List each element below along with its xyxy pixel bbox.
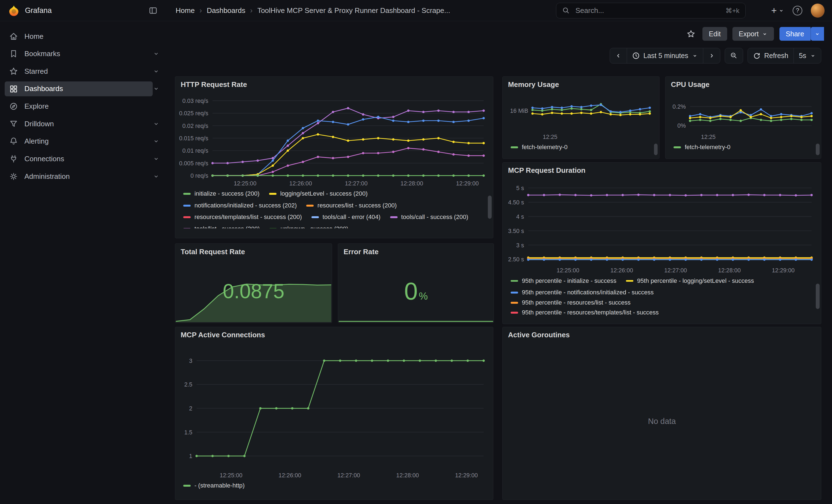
breadcrumb-home[interactable]: Home	[176, 6, 194, 15]
mcp-request-duration-chart[interactable]: 5 s4.50 s4 s3.50 s3 s2.50 s12:25:0012:26…	[506, 179, 818, 275]
chevron-right-icon	[708, 53, 715, 59]
chevron-down-icon[interactable]	[153, 173, 160, 180]
no-data-message: No data	[503, 343, 821, 500]
legend-scrollbar[interactable]	[816, 143, 820, 155]
search-icon	[562, 7, 570, 15]
chevron-down-icon	[762, 31, 768, 37]
chevron-down-icon[interactable]	[153, 155, 160, 162]
series-color-marker	[269, 193, 277, 195]
dock-sidebar-icon[interactable]	[148, 5, 158, 16]
time-range-picker[interactable]: Last 5 minutes	[627, 48, 703, 64]
chevron-down-icon[interactable]	[153, 138, 160, 145]
sidebar-item-explore[interactable]: Explore	[0, 98, 166, 115]
breadcrumb-current: ToolHive MCP Server & Proxy Runner Dashb…	[257, 6, 450, 15]
panel-title-http-request-rate[interactable]: HTTP Request Rate	[175, 77, 493, 93]
top-navigation-bar: Grafana Home › Dashboards › ToolHive MCP…	[0, 0, 832, 21]
chevron-down-icon[interactable]	[153, 121, 160, 127]
svg-text:0.02 req/s: 0.02 req/s	[182, 123, 208, 129]
legend-item[interactable]: resources/list - success (200)	[306, 202, 397, 210]
legend-item[interactable]: 95th percentile - notifications/initiali…	[511, 288, 806, 297]
mcp-active-connections-chart[interactable]: 32.521.5112:25:0012:26:0012:27:0012:28:0…	[179, 343, 490, 480]
chevron-down-icon	[778, 8, 784, 14]
legend-item[interactable]: 95th percentile - initialize - success	[511, 277, 616, 285]
memory-usage-chart[interactable]: 16 MiB12:25	[506, 93, 656, 141]
user-avatar[interactable]	[811, 4, 825, 17]
series-color-marker	[183, 205, 191, 207]
sidebar-item-drilldown[interactable]: Drilldown	[0, 115, 166, 133]
svg-text:12:26:00: 12:26:00	[289, 180, 312, 187]
http-request-rate-chart[interactable]: 0.03 req/s0.025 req/s0.02 req/s0.015 req…	[179, 93, 490, 188]
share-button[interactable]: Share	[779, 27, 810, 41]
panel-title-active-goroutines[interactable]: Active Goroutines	[503, 327, 821, 343]
chevron-down-icon[interactable]	[153, 85, 160, 92]
panel-error-rate: Error Rate 0%	[338, 243, 494, 323]
refresh-interval-picker[interactable]: 5s	[794, 48, 822, 64]
panel-title-mcp-active-connections[interactable]: MCP Active Connections	[175, 327, 493, 343]
sidebar-item-starred[interactable]: Starred	[0, 63, 166, 80]
legend-item[interactable]: 95th percentile - resources/list - succe…	[511, 298, 806, 307]
sidebar-item-home[interactable]: Home	[0, 27, 166, 45]
chevron-down-icon[interactable]	[153, 68, 160, 75]
legend-item[interactable]: logging/setLevel - success (200)	[269, 190, 368, 198]
legend-item[interactable]: resources/templates/list - success (200)	[183, 213, 302, 221]
add-new-button[interactable]: +	[771, 6, 784, 16]
breadcrumb-dashboards[interactable]: Dashboards	[207, 6, 245, 15]
search-input[interactable]	[574, 6, 721, 16]
zoom-out-time-button[interactable]	[725, 48, 744, 64]
favorite-star-button[interactable]	[685, 28, 697, 40]
svg-text:12:27:00: 12:27:00	[337, 472, 360, 478]
search-box[interactable]: ⌘+k	[556, 3, 745, 19]
svg-text:3.50 s: 3.50 s	[508, 228, 524, 234]
legend-item[interactable]: fetch-telemetry-0	[674, 143, 730, 152]
mcp-request-duration-legend: 95th percentile - initialize - success95…	[511, 275, 816, 320]
panel-title-total-request-rate[interactable]: Total Request Rate	[175, 244, 332, 260]
grafana-logo-icon[interactable]	[8, 5, 20, 16]
chevron-down-icon	[814, 31, 820, 37]
panel-title-mcp-request-duration[interactable]: MCP Request Duration	[503, 163, 821, 179]
sidebar-item-connections[interactable]: Connections	[0, 150, 166, 168]
dashboards-grid-icon	[9, 84, 18, 94]
sidebar-item-bookmarks[interactable]: Bookmarks	[0, 45, 166, 63]
legend-item[interactable]: tools/list - success (200)	[183, 225, 260, 229]
cpu-usage-legend: fetch-telemetry-0	[674, 141, 816, 154]
legend-item[interactable]: fetch-telemetry-0	[511, 143, 568, 152]
cpu-usage-chart[interactable]: 0.2%0%12:25	[669, 93, 818, 141]
svg-text:0.005 req/s: 0.005 req/s	[179, 160, 208, 166]
edit-button[interactable]: Edit	[702, 27, 727, 41]
legend-item[interactable]: tools/call - error (404)	[311, 213, 381, 221]
legend-scrollbar[interactable]	[488, 195, 491, 219]
svg-text:12:29:00: 12:29:00	[456, 180, 479, 187]
legend-item[interactable]: 95th percentile - logging/setLevel - suc…	[626, 277, 754, 285]
panel-title-error-rate[interactable]: Error Rate	[338, 244, 494, 260]
legend-item[interactable]: initialize - success (200)	[183, 190, 259, 198]
sidebar-item-administration[interactable]: Administration	[0, 167, 166, 185]
time-shift-forward-button[interactable]	[703, 48, 721, 64]
time-shift-back-button[interactable]	[610, 48, 627, 64]
help-button[interactable]: ?	[792, 6, 802, 16]
legend-item[interactable]: notifications/initialized - success (202…	[183, 202, 296, 210]
drilldown-icon	[9, 120, 18, 129]
sidebar-item-dashboards[interactable]: Dashboards	[0, 80, 166, 98]
series-color-marker	[674, 147, 681, 148]
export-button[interactable]: Export	[732, 27, 774, 41]
panel-title-memory-usage[interactable]: Memory Usage	[503, 77, 659, 93]
chevron-down-icon[interactable]	[153, 50, 160, 57]
sidebar-item-alerting[interactable]: Alerting	[0, 133, 166, 150]
series-color-marker	[311, 216, 319, 218]
refresh-icon	[753, 52, 760, 59]
refresh-button[interactable]: Refresh	[748, 48, 794, 64]
panel-title-cpu-usage[interactable]: CPU Usage	[666, 77, 821, 93]
legend-item[interactable]: tools/call - success (200)	[390, 213, 468, 221]
http-request-rate-legend: initialize - success (200)logging/setLev…	[183, 188, 488, 229]
legend-scrollbar[interactable]	[816, 284, 820, 309]
mcp-active-connections-legend: - (streamable-http)	[183, 480, 488, 496]
chevron-down-icon	[692, 53, 698, 59]
legend-item[interactable]: 95th percentile - resources/templates/li…	[511, 309, 806, 317]
panel-total-request-rate: Total Request Rate 0.0875	[175, 243, 332, 323]
svg-text:1: 1	[189, 453, 192, 459]
svg-text:12:25:00: 12:25:00	[556, 267, 579, 273]
legend-item[interactable]: - (streamable-http)	[183, 481, 244, 490]
share-menu-button[interactable]	[810, 27, 824, 41]
legend-item[interactable]: unknown - success (200)	[269, 225, 348, 229]
legend-scrollbar[interactable]	[654, 143, 657, 155]
